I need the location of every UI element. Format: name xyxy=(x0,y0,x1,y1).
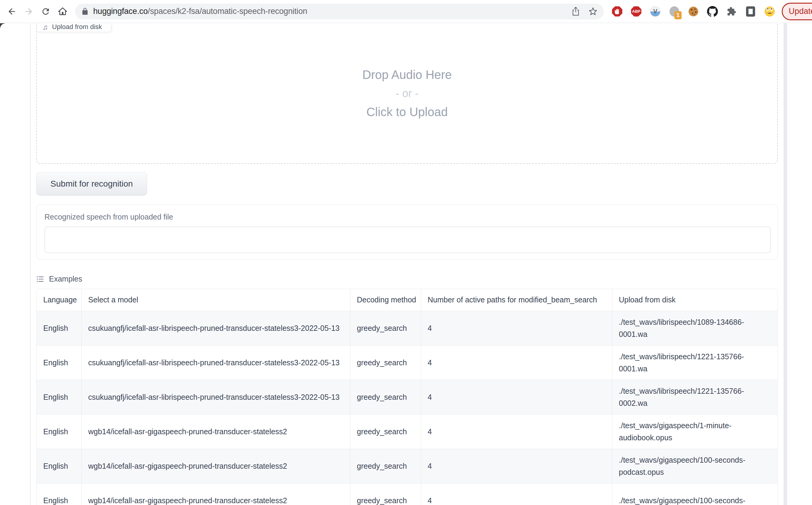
table-cell: English xyxy=(37,449,82,483)
output-label: Recognized speech from uploaded file xyxy=(44,212,771,221)
chrome-extensions-puzzle-icon[interactable] xyxy=(726,6,737,17)
table-cell: ./test_wavs/gigaspeech/100-seconds- xyxy=(612,483,778,505)
audio-dropzone[interactable]: Drop Audio Here - or - Click to Upload xyxy=(36,23,778,164)
table-cell: greedy_search xyxy=(350,483,421,505)
table-cell: 4 xyxy=(421,414,612,449)
notification-extension-icon[interactable]: 1 xyxy=(669,6,680,17)
table-cell: greedy_search xyxy=(350,449,421,483)
table-cell: English xyxy=(37,311,82,345)
reload-button[interactable] xyxy=(39,5,53,18)
table-cell: English xyxy=(37,483,82,505)
examples-label: Examples xyxy=(49,275,82,283)
examples-header: Examples xyxy=(36,275,778,283)
dropzone-line1: Drop Audio Here xyxy=(363,68,452,81)
reload-icon xyxy=(41,7,50,16)
extensions-row: ABP V 1 xyxy=(612,6,775,17)
browser-toolbar: huggingface.co/spaces/k2-fsa/automatic-s… xyxy=(0,0,812,23)
table-header-cell: Decoding method xyxy=(350,289,421,311)
back-icon xyxy=(7,7,17,16)
gradio-app: ♫ Upload from disk Drop Audio Here - or … xyxy=(36,23,778,505)
table-cell: ./test_wavs/gigaspeech/100-seconds-podca… xyxy=(612,449,778,483)
table-header-cell: Select a model xyxy=(82,289,350,311)
table-cell: 4 xyxy=(421,311,612,345)
table-cell: English xyxy=(37,380,82,414)
table-cell: wgb14/icefall-asr-gigaspeech-pruned-tran… xyxy=(82,483,350,505)
smiley-extension-icon[interactable] xyxy=(764,6,775,17)
table-cell: wgb14/icefall-asr-gigaspeech-pruned-tran… xyxy=(82,449,350,483)
table-cell: 4 xyxy=(421,345,612,380)
table-cell: ./test_wavs/librispeech/1221-135766-0002… xyxy=(612,380,778,414)
table-cell: 4 xyxy=(421,449,612,483)
home-button[interactable] xyxy=(56,5,70,18)
table-cell: ./test_wavs/librispeech/1221-135766-0001… xyxy=(612,345,778,380)
dropzone-line3: Click to Upload xyxy=(366,105,448,119)
share-icon[interactable] xyxy=(571,7,580,16)
table-cell: ./test_wavs/gigaspeech/1-minute-audioboo… xyxy=(612,414,778,449)
submit-for-recognition-button[interactable]: Submit for recognition xyxy=(36,172,147,196)
table-row[interactable]: Englishcsukuangfj/icefall-asr-librispeec… xyxy=(37,380,778,414)
window-corner xyxy=(0,23,5,28)
url-host: huggingface.co xyxy=(93,7,148,16)
dropzone-line2: - or - xyxy=(396,87,419,100)
bookmark-star-icon[interactable] xyxy=(588,7,598,16)
github-extension-icon[interactable] xyxy=(707,6,718,17)
extension-badge: 1 xyxy=(674,11,682,19)
table-cell: 4 xyxy=(421,483,612,505)
hand-glyph xyxy=(615,8,620,14)
header-row: LanguageSelect a modelDecoding methodNum… xyxy=(37,289,778,311)
left-divider xyxy=(30,23,30,505)
table-header-cell: Number of active paths for modified_beam… xyxy=(421,289,612,311)
table-cell: greedy_search xyxy=(350,345,421,380)
examples-table-head: LanguageSelect a modelDecoding methodNum… xyxy=(37,289,778,311)
url-path: /spaces/k2-fsa/automatic-speech-recognit… xyxy=(148,7,307,16)
address-bar[interactable]: huggingface.co/spaces/k2-fsa/automatic-s… xyxy=(75,4,604,19)
table-row[interactable]: Englishcsukuangfj/icefall-asr-librispeec… xyxy=(37,311,778,345)
table-row[interactable]: Englishwgb14/icefall-asr-gigaspeech-prun… xyxy=(37,483,778,505)
table-cell: greedy_search xyxy=(350,311,421,345)
table-cell: csukuangfj/icefall-asr-librispeech-prune… xyxy=(82,311,350,345)
ublock-extension-icon[interactable] xyxy=(612,6,623,17)
music-note-icon: ♫ xyxy=(42,24,48,30)
url-text: huggingface.co/spaces/k2-fsa/automatic-s… xyxy=(93,7,307,16)
table-cell: wgb14/icefall-asr-gigaspeech-pruned-tran… xyxy=(82,414,350,449)
table-row[interactable]: Englishwgb14/icefall-asr-gigaspeech-prun… xyxy=(37,449,778,483)
forward-icon xyxy=(24,7,33,16)
table-cell: greedy_search xyxy=(350,380,421,414)
cookie-extension-icon[interactable] xyxy=(688,6,699,17)
table-cell: ./test_wavs/librispeech/1089-134686-0001… xyxy=(612,311,778,345)
upload-tab-label: Upload from disk xyxy=(52,23,102,30)
lock-icon xyxy=(81,8,89,15)
page-content: ♫ Upload from disk Drop Audio Here - or … xyxy=(0,23,812,505)
examples-table-body: Englishcsukuangfj/icefall-asr-librispeec… xyxy=(37,311,778,505)
table-cell: greedy_search xyxy=(350,414,421,449)
update-label: Update xyxy=(789,7,812,16)
examples-list-icon xyxy=(36,275,44,283)
examples-table-wrap: LanguageSelect a modelDecoding methodNum… xyxy=(36,289,778,505)
table-header-cell: Language xyxy=(37,289,82,311)
home-icon xyxy=(58,7,67,16)
vimium-extension-icon[interactable]: V xyxy=(650,6,661,17)
table-cell: 4 xyxy=(421,380,612,414)
table-row[interactable]: Englishwgb14/icefall-asr-gigaspeech-prun… xyxy=(37,414,778,449)
scrollbar-track[interactable] xyxy=(784,23,787,505)
recognized-speech-textbox[interactable] xyxy=(44,226,771,253)
table-header-cell: Upload from disk xyxy=(612,289,778,311)
table-row[interactable]: Englishcsukuangfj/icefall-asr-librispeec… xyxy=(37,345,778,380)
examples-table: LanguageSelect a modelDecoding methodNum… xyxy=(37,289,778,505)
forward-button[interactable] xyxy=(22,5,36,18)
adblock-plus-extension-icon[interactable]: ABP xyxy=(631,6,642,17)
output-panel: Recognized speech from uploaded file xyxy=(36,204,778,260)
table-cell: English xyxy=(37,345,82,380)
back-button[interactable] xyxy=(5,5,19,18)
tab-upload-from-disk[interactable]: ♫ Upload from disk xyxy=(37,23,111,32)
sidebar-toggle-extension-icon[interactable] xyxy=(745,6,756,17)
chrome-update-button[interactable]: Update xyxy=(782,3,812,20)
table-cell: English xyxy=(37,414,82,449)
table-cell: csukuangfj/icefall-asr-librispeech-prune… xyxy=(82,345,350,380)
table-cell: csukuangfj/icefall-asr-librispeech-prune… xyxy=(82,380,350,414)
